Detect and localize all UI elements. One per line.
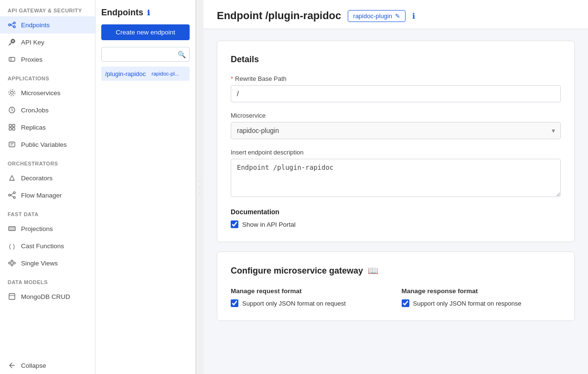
sidebar-item-microservices[interactable]: Microservices — [0, 84, 95, 101]
sidebar-item-endpoints[interactable]: Endpoints — [0, 16, 95, 33]
svg-rect-13 — [12, 128, 15, 130]
search-box: 🔍 — [101, 47, 190, 62]
sidebar-item-replicas[interactable]: Replicas — [0, 119, 95, 136]
svg-point-1 — [13, 22, 15, 24]
sidebar-item-label-decorators: Decorators — [21, 175, 53, 182]
rewrite-base-path-label: * Rewrite Base Path — [231, 75, 561, 82]
search-input[interactable] — [101, 47, 190, 62]
flow-manager-icon — [8, 191, 16, 199]
svg-point-2 — [13, 26, 15, 28]
support-json-response-checkbox[interactable] — [402, 299, 409, 307]
endpoint-name: /plugin-rapidoc — [105, 70, 146, 77]
request-format-col: Manage request format Support only JSON … — [231, 287, 390, 307]
main-content: Endpoint /plugin-rapidoc rapidoc-plugin … — [203, 0, 588, 374]
svg-rect-5 — [9, 57, 15, 61]
microservice-group: Microservice rapidoc-plugin ▾ — [231, 112, 561, 139]
header-info-icon[interactable]: ℹ — [412, 11, 415, 21]
show-in-portal-row: Show in API Portal — [231, 220, 561, 228]
svg-rect-14 — [9, 142, 15, 147]
endpoints-info-icon[interactable]: ℹ — [147, 9, 150, 17]
sidebar-item-label-replicas: Replicas — [21, 124, 46, 131]
details-card: Details * Rewrite Base Path Microservice… — [217, 41, 575, 242]
endpoints-panel: Endpoints ℹ Create new endpoint 🔍 /plugi… — [96, 0, 196, 374]
description-group: Insert endpoint description Endpoint /pl… — [231, 149, 561, 198]
manage-response-label: Manage response format — [402, 287, 561, 295]
description-label: Insert endpoint description — [231, 149, 561, 156]
details-card-title: Details — [231, 55, 561, 65]
sidebar-item-label-api-key: API Key — [21, 39, 44, 46]
manage-request-label: Manage request format — [231, 287, 390, 295]
proxies-icon — [8, 55, 16, 64]
sidebar-section-api-gateway: API GATEWAY & SECURITY — [0, 0, 95, 16]
endpoints-icon — [8, 21, 16, 29]
sidebar-item-collapse[interactable]: Collapse — [0, 357, 95, 374]
sidebar-item-api-key[interactable]: API Key — [0, 33, 95, 51]
sidebar-item-flow-manager[interactable]: Flow Manager — [0, 187, 95, 204]
sidebar-item-label-proxies: Proxies — [21, 56, 43, 63]
sidebar-item-public-variables[interactable]: Public Variables — [0, 136, 95, 153]
panel-collapse-handle[interactable]: · · · — [196, 0, 203, 374]
svg-line-21 — [11, 195, 13, 197]
create-endpoint-button[interactable]: Create new endpoint — [101, 24, 190, 40]
description-textarea[interactable]: Endpoint /plugin-rapidoc — [231, 159, 561, 197]
collapse-dots3: · — [199, 191, 201, 196]
support-json-response-row: Support only JSON format on response — [402, 299, 561, 307]
svg-rect-32 — [9, 294, 15, 299]
sidebar-item-label-microservices: Microservices — [21, 89, 61, 97]
single-views-icon — [8, 259, 16, 267]
sidebar-item-label-endpoints: Endpoints — [21, 22, 50, 29]
book-icon: 📖 — [368, 265, 378, 276]
sidebar-item-decorators[interactable]: Decorators — [0, 169, 95, 187]
mongodb-crud-icon — [8, 292, 16, 301]
collapse-dots: · — [199, 178, 201, 184]
sidebar-item-label-cronjobs: CronJobs — [21, 107, 49, 114]
rewrite-base-path-input[interactable] — [231, 85, 561, 102]
decorators-icon — [8, 174, 16, 182]
sidebar-item-cast-functions[interactable]: ( ) Cast Functions — [0, 237, 95, 254]
edit-icon: ✎ — [395, 12, 400, 20]
microservice-select[interactable]: rapidoc-plugin — [231, 122, 561, 139]
sidebar-item-proxies[interactable]: Proxies — [0, 51, 95, 68]
configure-card: Configure microservice gateway 📖 Manage … — [217, 252, 575, 321]
search-icon: 🔍 — [178, 51, 186, 58]
show-in-portal-checkbox[interactable] — [231, 220, 238, 228]
sidebar-item-single-views[interactable]: Single Views — [0, 254, 95, 272]
svg-point-27 — [11, 260, 13, 262]
endpoint-list-item[interactable]: /plugin-rapidoc rapidoc-pl... — [101, 66, 190, 81]
support-json-response-label: Support only JSON format on response — [413, 300, 522, 307]
content-area: Details * Rewrite Base Path Microservice… — [203, 29, 588, 332]
svg-line-4 — [11, 25, 13, 27]
show-in-portal-label: Show in API Portal — [242, 221, 296, 228]
microservice-label: Microservice — [231, 112, 561, 119]
svg-rect-12 — [9, 128, 11, 130]
svg-point-19 — [13, 197, 15, 198]
rewrite-base-path-group: * Rewrite Base Path — [231, 75, 561, 102]
documentation-label: Documentation — [231, 208, 561, 216]
sidebar-section-applications: APPLICATIONS — [0, 68, 95, 84]
endpoint-tag: rapidoc-pl... — [149, 70, 182, 77]
svg-point-26 — [9, 262, 11, 264]
svg-rect-11 — [12, 124, 15, 127]
microservices-icon — [8, 88, 16, 97]
plugin-badge-label: rapidoc-plugin — [353, 12, 392, 20]
svg-point-0 — [9, 24, 11, 26]
replicas-icon — [8, 123, 16, 132]
svg-point-18 — [13, 192, 15, 194]
support-json-request-label: Support only JSON format on request — [242, 300, 346, 307]
sidebar-section-data-models: DATA MODELS — [0, 272, 95, 288]
configure-two-col: Manage request format Support only JSON … — [231, 287, 561, 307]
sidebar-item-cronjobs[interactable]: CronJobs — [0, 101, 95, 119]
svg-line-20 — [11, 193, 13, 195]
plugin-badge[interactable]: rapidoc-plugin ✎ — [348, 10, 406, 22]
microservice-select-wrapper: rapidoc-plugin ▾ — [231, 122, 561, 139]
cast-functions-icon: ( ) — [8, 242, 16, 250]
sidebar-item-label-collapse: Collapse — [21, 362, 46, 369]
support-json-request-checkbox[interactable] — [231, 299, 238, 307]
sidebar-item-mongodb-crud[interactable]: MongoDB CRUD — [0, 288, 95, 305]
sidebar-item-label-flow-manager: Flow Manager — [21, 192, 62, 199]
svg-point-7 — [11, 91, 13, 94]
configure-card-header: Configure microservice gateway 📖 — [231, 265, 561, 276]
sidebar-item-label-projections: Projections — [21, 225, 53, 232]
public-variables-icon — [8, 140, 16, 149]
sidebar-item-projections[interactable]: Projections — [0, 220, 95, 237]
